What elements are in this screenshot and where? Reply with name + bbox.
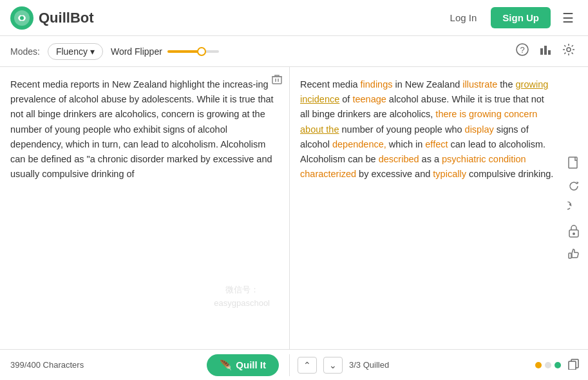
undo-button[interactable] — [565, 199, 583, 217]
quill-icon: 🪶 — [220, 359, 232, 371]
toolbar-icons: ? — [513, 41, 578, 62]
menu-button[interactable]: ☰ — [558, 8, 578, 28]
text-segment-6: number of young people who — [339, 124, 464, 135]
svg-rect-7 — [548, 50, 551, 55]
header-right: Log In Sign Up ☰ — [444, 7, 578, 28]
settings-button[interactable] — [560, 41, 578, 62]
dot-3 — [555, 362, 561, 368]
text-segment-2: the — [497, 79, 515, 90]
svg-rect-12 — [569, 157, 577, 168]
svg-rect-9 — [272, 77, 281, 84]
fluency-label: Fluency — [56, 46, 88, 57]
undo-icon — [567, 202, 580, 214]
prev-quill-button[interactable]: ⌃ — [298, 357, 317, 374]
svg-rect-5 — [540, 48, 543, 55]
slider-thumb — [197, 47, 206, 56]
new-doc-icon — [567, 157, 580, 171]
text-segment-0: Recent media — [300, 79, 361, 90]
dots-container — [535, 362, 561, 368]
right-actions — [565, 154, 583, 262]
right-panel: Recent media findings in New Zealand ill… — [290, 67, 588, 349]
text-segment-about-the: about the — [300, 124, 339, 135]
logo-text: QuillBot — [39, 10, 94, 26]
svg-point-14 — [573, 233, 575, 235]
trash-icon — [271, 73, 283, 85]
signup-button[interactable]: Sign Up — [491, 7, 551, 28]
char-count: 399/400 Characters — [10, 360, 84, 370]
watermark: 微信号： easygpaschool — [214, 283, 270, 310]
help-button[interactable]: ? — [513, 41, 531, 62]
copy-button[interactable] — [567, 357, 580, 373]
chevron-down-icon: ▾ — [90, 46, 95, 57]
text-segment-effect: effect — [425, 139, 448, 149]
dot-1 — [535, 362, 542, 368]
text-segment-display: display — [465, 124, 494, 135]
stats-icon — [539, 43, 552, 56]
refresh-icon — [567, 180, 580, 193]
svg-rect-17 — [569, 361, 576, 370]
word-flipper-slider[interactable] — [167, 50, 219, 53]
text-segment-illustrate: illustrate — [462, 79, 497, 90]
svg-point-2 — [20, 16, 24, 20]
text-segment-typically: typically — [433, 169, 466, 179]
header-left: QuillBot — [10, 6, 94, 30]
copy-icon — [567, 357, 580, 370]
quill-it-button[interactable]: 🪶 Quill It — [207, 354, 279, 376]
delete-button[interactable] — [271, 73, 283, 88]
new-doc-button[interactable] — [565, 154, 583, 173]
text-segment-11: by excessive and — [356, 169, 433, 179]
right-bottom: ⌃ ⌄ 3/3 Quilled — [290, 357, 588, 374]
text-segment-12: compulsive drinking. — [466, 169, 553, 179]
toolbar: Modes: Fluency ▾ Word Flipper ? — [0, 36, 588, 67]
settings-icon — [562, 43, 575, 56]
svg-text:?: ? — [520, 45, 524, 55]
svg-point-8 — [567, 48, 571, 52]
output-text: Recent media findings in New Zealand ill… — [300, 77, 556, 182]
text-segment-growing-concern: there is growing concern — [435, 109, 537, 119]
svg-rect-15 — [569, 253, 571, 258]
word-flipper: Word Flipper — [111, 46, 219, 57]
text-segment-findings: findings — [361, 79, 393, 90]
text-segment-dependence: dependence, — [332, 139, 386, 149]
svg-rect-6 — [544, 46, 547, 55]
quill-it-label: Quill It — [236, 359, 266, 370]
text-segment-3: of — [339, 94, 352, 104]
login-button[interactable]: Log In — [444, 8, 484, 27]
thumbs-up-button[interactable] — [565, 244, 583, 262]
header: QuillBot Log In Sign Up ☰ — [0, 0, 588, 36]
left-panel: Recent media reports in New Zealand high… — [0, 67, 290, 349]
help-icon: ? — [516, 43, 529, 56]
next-quill-button[interactable]: ⌄ — [323, 357, 343, 374]
word-flipper-label: Word Flipper — [111, 46, 162, 57]
text-segment-1: in New Zealand — [392, 79, 462, 90]
stats-button[interactable] — [536, 41, 555, 62]
thumbs-up-icon — [567, 247, 580, 260]
modes-label: Modes: — [10, 46, 40, 57]
input-text[interactable]: Recent media reports in New Zealand high… — [10, 77, 279, 182]
text-segment-8: which in — [386, 139, 425, 149]
lock-button[interactable] — [565, 221, 583, 240]
text-segment-described: described — [379, 154, 419, 164]
left-bottom: 399/400 Characters 🪶 Quill It — [0, 354, 290, 376]
logo-icon — [10, 6, 33, 30]
quilled-count: 3/3 Quilled — [349, 360, 529, 370]
dot-2 — [545, 362, 551, 368]
fluency-mode-button[interactable]: Fluency ▾ — [48, 43, 103, 60]
refresh-button[interactable] — [565, 177, 583, 195]
text-segment-teenage: teenage — [352, 94, 386, 104]
bottom-bar: 399/400 Characters 🪶 Quill It ⌃ ⌄ 3/3 Qu… — [0, 349, 588, 380]
main-content: Recent media reports in New Zealand high… — [0, 67, 588, 349]
text-segment-10: as a — [419, 154, 442, 164]
lock-icon — [568, 223, 580, 238]
